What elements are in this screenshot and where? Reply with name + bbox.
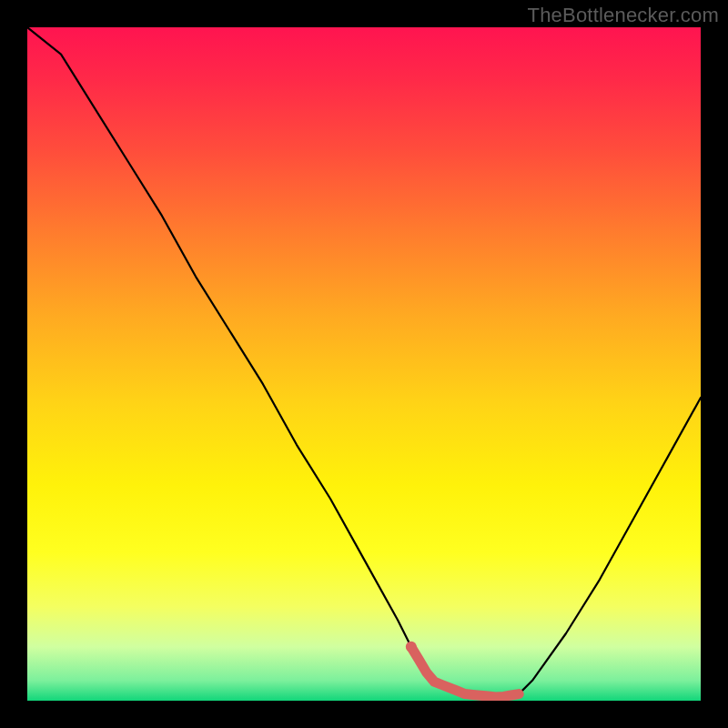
optimal-highlight-path bbox=[411, 647, 519, 697]
optimal-highlight-dot bbox=[406, 642, 417, 652]
chart-frame: TheBottlenecker.com bbox=[0, 0, 728, 728]
plot-area bbox=[27, 27, 701, 701]
watermark-text: TheBottlenecker.com bbox=[528, 4, 719, 27]
bottleneck-curve-path bbox=[27, 27, 701, 697]
chart-overlay bbox=[27, 27, 701, 701]
